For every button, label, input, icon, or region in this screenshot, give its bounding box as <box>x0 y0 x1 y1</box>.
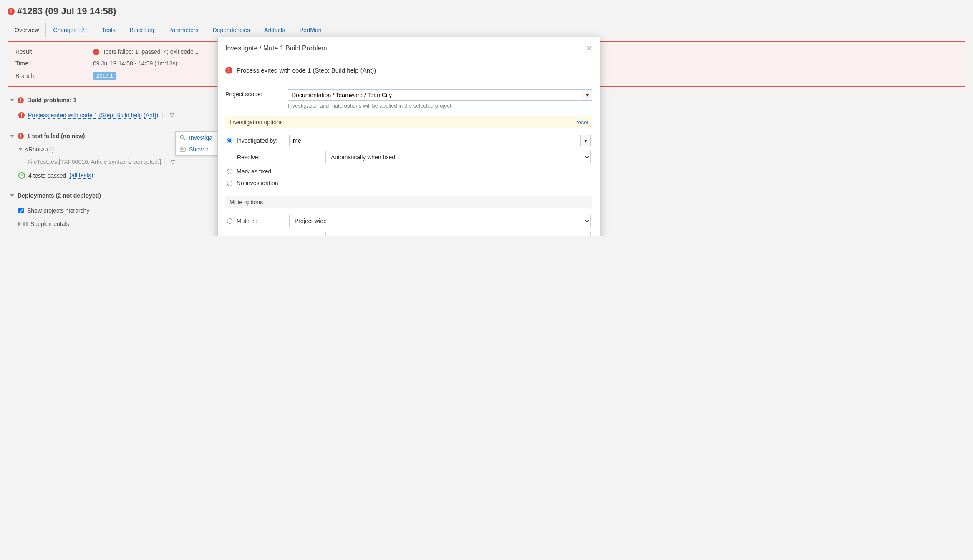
tests-passed-text: 4 tests passed <box>28 172 66 179</box>
build-title-text: #1283 (09 Jul 19 14:58) <box>17 6 116 17</box>
caret-right-icon[interactable] <box>18 222 21 226</box>
no-investigation-radio[interactable] <box>227 181 232 186</box>
mark-as-fixed-label: Mark as fixed <box>237 168 271 175</box>
investigated-by-label: Investigated by: <box>237 137 285 144</box>
mute-options-header: Mute options <box>225 196 592 208</box>
root-count: (1) <box>47 146 54 153</box>
tab-build-log[interactable]: Build Log <box>123 23 161 37</box>
caret-down-icon <box>10 99 14 101</box>
investigated-by-select[interactable]: ▾ <box>289 135 591 146</box>
caret-down-icon <box>10 135 14 137</box>
test-menu-toggle[interactable]: ▽ <box>169 158 177 166</box>
chevron-down-icon[interactable]: ▾ <box>582 90 592 100</box>
tab-perfmon[interactable]: PerfMon <box>292 23 329 37</box>
branch-label: Branch: <box>15 73 93 79</box>
investigate-mute-dialog: Investigate / Mute 1 Build Problem ✕ ! P… <box>217 37 600 236</box>
investigated-by-input[interactable] <box>290 135 580 146</box>
popup-investigate[interactable]: Investiga <box>176 132 217 143</box>
all-tests-link[interactable]: (all tests) <box>69 172 93 179</box>
result-label: Result: <box>15 48 93 55</box>
problem-menu-toggle[interactable]: ▽ <box>168 111 176 119</box>
unmute-select[interactable]: Automatically when fixed <box>325 232 591 236</box>
root-label: <Root> <box>25 146 44 153</box>
mute-in-label: Mute in: <box>237 218 285 224</box>
error-icon: ! <box>8 8 15 15</box>
result-value: Tests failed: 1, passed: 4; exit code 1 <box>103 48 199 55</box>
chevron-down-icon[interactable]: ▾ <box>580 135 590 146</box>
svg-line-1 <box>184 138 185 140</box>
show-hierarchy-label: Show projects hierarchy <box>27 207 89 214</box>
tabs-bar: Overview Changes2 Tests Build Log Parame… <box>8 23 965 37</box>
investigation-options-header: Investigation options reset <box>225 116 592 128</box>
investigated-by-radio[interactable] <box>227 138 232 143</box>
time-label: Time: <box>15 60 93 67</box>
svg-point-0 <box>180 135 184 138</box>
error-icon: ! <box>18 112 25 118</box>
error-icon: ! <box>18 133 24 139</box>
supplementals-label[interactable]: Supplementals <box>30 221 69 227</box>
mute-in-select[interactable]: Project-wide <box>289 215 591 227</box>
tab-artifacts[interactable]: Artifacts <box>257 23 292 37</box>
mute-in-radio[interactable] <box>227 218 232 224</box>
project-scope-hint: Investigation and mute options will be a… <box>288 103 592 109</box>
tab-dependencies[interactable]: Dependencies <box>206 23 257 37</box>
resolve-select[interactable]: Automatically when fixed <box>325 151 591 163</box>
resolve-label: Resolve: <box>237 154 290 161</box>
show-hierarchy-checkbox[interactable] <box>18 208 24 213</box>
tests-failed-title: 1 test failed (no new) <box>27 133 85 139</box>
tab-tests[interactable]: Tests <box>95 23 123 37</box>
caret-down-icon[interactable] <box>18 148 23 151</box>
no-investigation-label: No investigation <box>237 180 278 186</box>
branch-chip[interactable]: 2019.1 <box>93 72 116 80</box>
error-icon: ! <box>18 97 24 103</box>
tab-changes[interactable]: Changes2 <box>46 23 95 37</box>
project-scope-select[interactable]: ▾ <box>288 89 592 101</box>
changes-count-badge: 2 <box>78 28 88 33</box>
build-problems-title: Build problems: 1 <box>27 97 76 103</box>
error-icon: ! <box>225 67 232 74</box>
project-scope-label: Project scope: <box>225 89 288 98</box>
error-icon: ! <box>93 49 99 55</box>
failed-test-name[interactable]: FileTest.test[TXP00016: Article syntax i… <box>28 158 161 165</box>
dialog-problem-text: Process exited with code 1 (Step: Build … <box>237 67 376 74</box>
unmute-label: Unmute: <box>237 235 290 236</box>
dialog-title: Investigate / Mute 1 Build Problem <box>225 45 327 52</box>
project-icon <box>23 222 28 226</box>
time-value: 09 Jul 19 14:58 - 14:59 (1m:13s) <box>93 60 177 67</box>
mark-as-fixed-radio[interactable] <box>227 169 232 174</box>
deployments-title: Deployments (2 not deployed) <box>18 192 101 199</box>
close-icon[interactable]: ✕ <box>586 44 592 53</box>
project-scope-input[interactable] <box>288 90 582 100</box>
popup-show-in[interactable]: Show in <box>176 143 217 155</box>
caret-down-icon <box>10 194 14 197</box>
tab-overview[interactable]: Overview <box>8 23 46 37</box>
build-problem-link[interactable]: Process exited with code 1 (Step: Build … <box>28 112 158 119</box>
search-icon <box>180 135 186 141</box>
reset-link[interactable]: reset <box>576 119 588 126</box>
stacktrace-icon <box>180 146 186 152</box>
tab-parameters[interactable]: Parameters <box>161 23 205 37</box>
problem-action-popup: Investiga Show in <box>175 131 217 156</box>
check-icon: ✓ <box>18 172 25 179</box>
build-title: ! #1283 (09 Jul 19 14:58) <box>8 6 965 17</box>
